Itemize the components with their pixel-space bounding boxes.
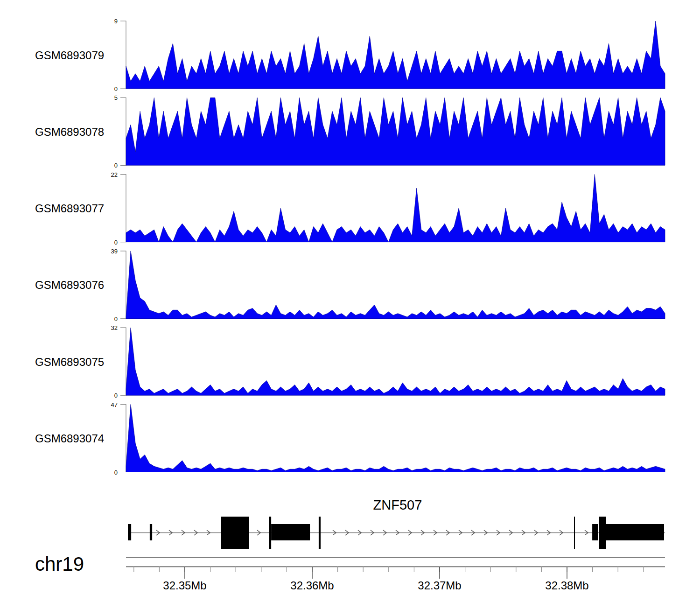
coverage-area bbox=[126, 21, 665, 89]
genome-axis-layer: chr19 32.35Mb32.36Mb32.37Mb32.38Mb bbox=[35, 553, 665, 592]
axis-tick-label: 32.38Mb bbox=[545, 579, 588, 592]
exon-box bbox=[592, 524, 598, 540]
coverage-track: GSM6893077220 bbox=[35, 171, 665, 246]
axis-tick-label: 32.35Mb bbox=[163, 579, 206, 592]
y-zero-label: 0 bbox=[114, 85, 118, 92]
y-max-label: 32 bbox=[111, 324, 118, 331]
exon-box bbox=[221, 517, 249, 549]
y-max-label: 5 bbox=[114, 94, 118, 101]
track-y-axis bbox=[120, 251, 126, 319]
track-y-axis bbox=[120, 175, 126, 242]
chromosome-label: chr19 bbox=[35, 553, 84, 575]
coverage-area bbox=[126, 98, 665, 165]
track-label: GSM6893079 bbox=[35, 49, 104, 62]
track-label: GSM6893076 bbox=[35, 279, 104, 291]
y-max-label: 22 bbox=[111, 171, 118, 178]
coverage-tracks-layer: GSM689307990GSM689307850GSM6893077220GSM… bbox=[35, 18, 665, 476]
track-label: GSM6893074 bbox=[35, 432, 104, 445]
y-max-label: 47 bbox=[111, 401, 118, 408]
gene-track-layer: ZNF507 bbox=[128, 497, 665, 549]
y-zero-label: 0 bbox=[114, 469, 118, 476]
y-zero-label: 0 bbox=[114, 392, 118, 399]
gene-name-label: ZNF507 bbox=[373, 497, 422, 512]
exon-box bbox=[269, 517, 271, 549]
coverage-area bbox=[126, 251, 665, 319]
coverage-area bbox=[126, 175, 665, 242]
coverage-track: GSM689307850 bbox=[35, 94, 665, 169]
exon-box bbox=[319, 517, 321, 549]
track-y-axis bbox=[120, 328, 126, 395]
axis-tick-label: 32.36Mb bbox=[290, 579, 334, 592]
y-zero-label: 0 bbox=[114, 315, 118, 322]
track-label: GSM6893077 bbox=[35, 202, 104, 215]
y-max-label: 39 bbox=[111, 248, 118, 255]
exon-box bbox=[150, 524, 152, 540]
track-y-axis bbox=[120, 98, 126, 165]
axis-tick-label: 32.37Mb bbox=[418, 579, 461, 592]
exon-box bbox=[271, 524, 310, 540]
track-y-axis bbox=[120, 405, 126, 472]
y-max-label: 9 bbox=[114, 18, 118, 25]
coverage-track: GSM6893074470 bbox=[35, 401, 665, 476]
exon-box bbox=[606, 524, 664, 540]
track-label: GSM6893078 bbox=[35, 126, 104, 138]
coverage-area bbox=[126, 328, 665, 395]
track-y-axis bbox=[120, 21, 126, 89]
genome-browser-figure: GSM689307990GSM689307850GSM6893077220GSM… bbox=[0, 0, 700, 616]
plot-svg: GSM689307990GSM689307850GSM6893077220GSM… bbox=[0, 0, 700, 616]
y-zero-label: 0 bbox=[114, 162, 118, 169]
track-label: GSM6893075 bbox=[35, 356, 104, 368]
exon-box bbox=[128, 524, 131, 540]
coverage-track: GSM6893075320 bbox=[35, 324, 665, 399]
exon-box bbox=[574, 517, 575, 549]
coverage-track: GSM6893076390 bbox=[35, 248, 665, 322]
coverage-area bbox=[126, 405, 665, 472]
coverage-track: GSM689307990 bbox=[35, 18, 665, 92]
y-zero-label: 0 bbox=[114, 239, 118, 246]
exon-box bbox=[599, 517, 606, 549]
